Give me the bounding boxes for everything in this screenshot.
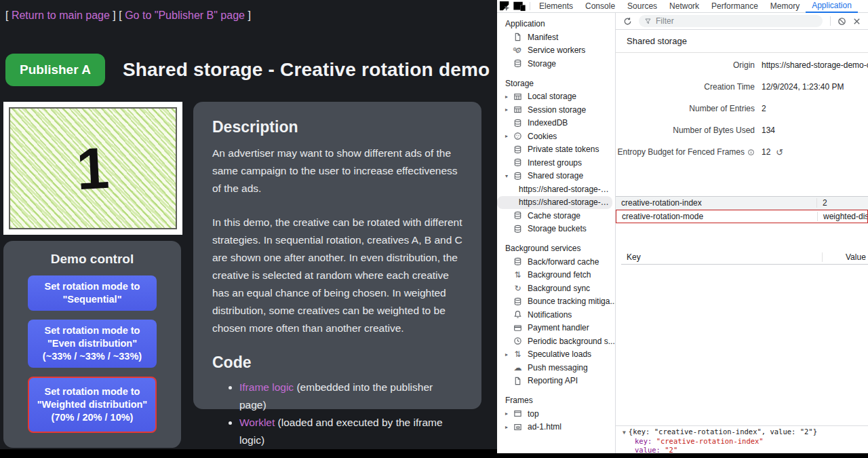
sidebar-item-payment-handler[interactable]: Payment handler [497,322,615,335]
column-header-value[interactable]: Value [840,252,868,262]
filter-input[interactable]: Filter [639,15,823,27]
description-paragraph-1: An advertiser may want to show different… [212,145,462,197]
column-header-key[interactable]: Key [621,252,823,262]
chevron-right-icon[interactable]: ▸ [505,424,513,430]
database-icon [513,171,523,180]
sidebar-item-indexeddb[interactable]: IndexedDB [497,117,615,130]
info-icon[interactable] [747,149,755,156]
tab-memory[interactable]: Memory [764,0,806,12]
delete-selected-icon[interactable] [849,14,864,28]
sidebar-item-speculative-loads[interactable]: ▸⇅Speculative loads [497,348,615,362]
sidebar-item-local-storage[interactable]: ▸Local storage [497,90,615,104]
list-item: Worklet (loaded and executed by the ifra… [239,414,462,449]
publisher-badge: Publisher A [5,54,105,86]
sidebar-item-interest-groups[interactable]: Interest groups [497,156,615,170]
tab-console[interactable]: Console [579,0,621,12]
table-row-highlighted[interactable]: creative-rotation-mode weighted-distribu… [616,210,868,223]
iframe-icon [513,422,523,432]
sidebar-item-shared-storage[interactable]: ▾Shared storage [497,170,615,183]
sidebar-item-manifest[interactable]: Manifest [497,31,615,44]
ad-creative-image: 1 [9,107,177,229]
chevron-right-icon[interactable]: ▸ [505,133,513,139]
file-icon [513,33,523,42]
sidebar-item-frame-top[interactable]: ▸top [497,407,615,421]
entry-preview-pane: ▼{key: "creative-rotation-index", value:… [616,425,868,453]
return-main-link[interactable]: Return to main page [12,9,110,21]
sidebar-item-background-fetch[interactable]: ⇅Background fetch [497,269,615,282]
entropy-value: 12 [762,147,770,157]
storage-toolbar: Filter [616,13,868,30]
tab-network[interactable]: Network [663,0,705,12]
frame-icon [513,409,523,419]
code-heading: Code [212,354,462,372]
worklet-link[interactable]: Worklet [239,417,275,428]
chevron-right-icon[interactable]: ▸ [505,94,513,100]
sidebar-item-cache-storage[interactable]: Cache storage [497,209,615,223]
tab-application[interactable]: Application [806,0,858,13]
database-icon [513,145,523,154]
sidebar-item-storage-buckets[interactable]: Storage buckets [497,223,615,236]
devtools-tabbar: Elements Console Sources Network Perform… [497,0,868,13]
cloud-icon: ☁ [513,363,523,373]
publisher-b-link[interactable]: Go to "Publisher B" page [125,9,245,21]
clear-all-icon[interactable] [834,14,849,28]
bracket: [ [119,9,121,21]
sidebar-item-push-messaging[interactable]: ☁Push messaging [497,361,615,375]
set-weighted-distribution-button[interactable]: Set rotation mode to "Weighted distribut… [28,377,157,433]
device-toolbar-icon[interactable] [512,0,527,12]
sidebar-item-shared-storage-origin-1[interactable]: https://shared-storage-d... [497,183,615,196]
origin-value: https://shared-storage-demo-co [762,60,868,70]
table-row[interactable]: creative-rotation-index 2 [616,197,868,210]
chevron-down-icon[interactable]: ▾ [505,173,513,179]
sidebar-item-reporting-api[interactable]: Reporting API [497,375,615,388]
funnel-icon [644,18,652,25]
tab-sources[interactable]: Sources [621,0,663,12]
table-icon [513,105,523,115]
sidebar-item-service-workers[interactable]: ⚙⚙Service workers [497,44,615,58]
bell-icon [513,310,523,320]
sidebar-item-frame-ad1[interactable]: ▸ad-1.html [497,421,615,434]
set-sequential-button[interactable]: Set rotation mode to "Sequential" [28,275,157,311]
reset-budget-icon[interactable]: ↺ [776,147,783,157]
cookie-icon [513,132,523,141]
creative-number: 1 [75,138,111,198]
demo-control-title: Demo control [51,252,134,267]
sidebar-item-shared-storage-origin-2[interactable]: https://shared-storage-d... [497,196,612,210]
sidebar-item-back-forward-cache[interactable]: Back/forward cache [497,255,615,269]
database-icon [513,118,523,128]
sidebar-item-bounce-tracking[interactable]: Bounce tracking mitiga... [497,295,615,309]
sidebar-item-cookies[interactable]: ▸Cookies [497,130,615,143]
inspect-element-icon[interactable] [497,0,512,12]
bracket: [ [5,9,8,21]
preview-summary[interactable]: ▼{key: "creative-rotation-index", value:… [616,427,868,437]
tab-performance[interactable]: Performance [705,0,764,12]
ad-creative-frame: 1 [3,102,182,235]
meta-row-entropy: Entropy Budget for Fenced Frames 12↺ [616,141,868,163]
sidebar-item-private-state-tokens[interactable]: Private state tokens [497,143,615,157]
chevron-right-icon[interactable]: ▸ [505,107,513,113]
sidebar-item-periodic-background-sync[interactable]: Periodic background s... [497,335,615,348]
sidebar-item-session-storage[interactable]: ▸Session storage [497,103,615,117]
divider [530,2,530,10]
chevron-right-icon[interactable]: ▸ [505,411,513,417]
refresh-icon[interactable] [620,14,635,28]
iframe-logic-link[interactable]: Iframe logic [239,381,294,393]
sidebar-item-storage[interactable]: Storage [497,57,615,71]
set-even-distribution-button[interactable]: Set rotation mode to "Even distribution"… [28,320,157,368]
chevron-down-icon[interactable]: ▼ [623,430,626,436]
devtools-window: Elements Console Sources Network Perform… [497,0,868,453]
bytes-value: 134 [762,126,775,135]
table-header-row: Key Value [621,250,868,265]
list-item: Iframe logic (embedded into the publishe… [239,379,462,414]
database-icon [513,224,523,233]
preview-prop: value: "2" [616,446,868,453]
meta-row-creation-time: Creation Time 12/9/2024, 1:23:40 PM [616,76,868,98]
sidebar-section-application: Application [497,17,615,31]
chevron-right-icon[interactable]: ▸ [505,351,513,358]
sidebar-item-background-sync[interactable]: ↻Background sync [497,282,615,295]
sidebar-item-notifications[interactable]: Notifications [497,308,615,322]
bracket: ] [113,9,115,21]
table-icon [513,92,523,101]
tab-elements[interactable]: Elements [533,0,579,12]
key-value-table: Key Value creative-rotation-index 2 crea… [616,196,868,223]
